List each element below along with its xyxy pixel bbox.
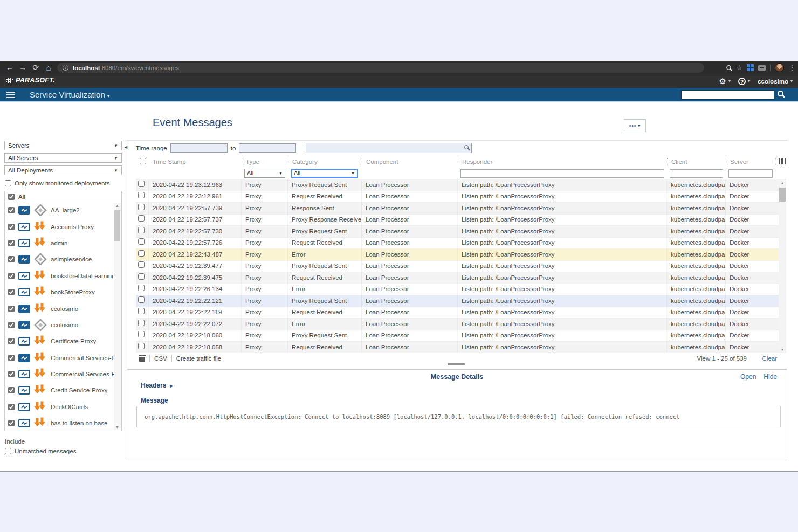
monitor-status-icon[interactable] (18, 354, 30, 362)
site-info-icon[interactable]: i (63, 65, 68, 71)
help-menu[interactable]: ? ▾ (738, 78, 750, 85)
scroll-down-icon[interactable]: ▼ (779, 348, 786, 351)
deployment-checkbox[interactable] (8, 207, 15, 213)
select-all-row[interactable]: All (5, 191, 121, 202)
headers-expander[interactable]: Headers ▸ (141, 382, 173, 389)
create-traffic-file-button[interactable]: Create traffic file (176, 355, 222, 362)
row-checkbox[interactable] (138, 273, 145, 280)
monitor-status-icon[interactable] (18, 419, 30, 427)
row-checkbox[interactable] (138, 192, 145, 198)
monitor-status-icon[interactable] (18, 206, 30, 215)
browser-home-icon[interactable]: ⌂ (42, 61, 55, 74)
row-checkbox[interactable] (138, 320, 145, 326)
bookmark-star-icon[interactable]: ☆ (736, 64, 742, 72)
table-scrollbar[interactable]: ▲ ▼ (779, 179, 786, 353)
deployment-checkbox[interactable] (8, 322, 15, 328)
user-menu[interactable]: ccolosimo ▾ (758, 78, 793, 85)
table-row[interactable]: 2020-04-22 19:22:57.739 Proxy Response S… (136, 203, 786, 215)
zoom-icon[interactable] (726, 65, 731, 70)
deployment-checkbox[interactable] (8, 355, 15, 361)
deployment-checkbox[interactable] (8, 371, 15, 377)
deployments-scrollbar[interactable]: ▲ ▼ (114, 203, 121, 430)
table-row[interactable]: 2020-04-22 19:22:39.477 Proxy Proxy Requ… (136, 261, 786, 273)
monitor-status-icon[interactable] (18, 255, 30, 264)
deployment-item[interactable]: Commercial Services-P... (5, 350, 121, 366)
col-header-component[interactable]: Component (362, 158, 458, 165)
col-header-client[interactable]: Client (667, 158, 726, 165)
global-search-button[interactable] (778, 89, 790, 101)
deployment-item[interactable]: Credit Service-Proxy (5, 382, 121, 398)
details-resize-handle[interactable] (448, 363, 465, 365)
deployment-item[interactable]: ccolosimo (5, 300, 121, 316)
browser-menu-icon[interactable]: ⋮ (788, 61, 795, 74)
clear-link[interactable]: Clear (762, 355, 777, 362)
table-row[interactable]: 2020-04-22 19:23:12.961 Proxy Request Re… (136, 191, 786, 203)
deployment-checkbox[interactable] (8, 256, 15, 262)
table-row[interactable]: 2020-04-22 19:22:26.134 Proxy Error Loan… (136, 284, 786, 296)
monitor-status-icon[interactable] (18, 403, 30, 411)
server-group-select[interactable]: Servers ▼ (4, 141, 122, 150)
row-checkbox[interactable] (138, 331, 145, 337)
hamburger-menu-icon[interactable] (6, 92, 15, 98)
deployment-item[interactable]: AA_large2 (5, 202, 121, 218)
col-header-server[interactable]: Server (726, 158, 775, 165)
responder-filter-input[interactable] (460, 169, 664, 178)
hide-link[interactable]: Hide (763, 373, 777, 381)
deployment-item[interactable]: ccolosimo (5, 317, 121, 333)
browser-forward-icon[interactable]: → (16, 61, 29, 74)
scroll-up-icon[interactable]: ▲ (114, 204, 121, 208)
row-checkbox[interactable] (138, 238, 145, 245)
row-checkbox[interactable] (138, 261, 145, 268)
time-range-to-input[interactable] (239, 143, 296, 153)
monitor-status-icon[interactable] (18, 337, 30, 346)
deployment-item[interactable]: Commercial Services-P... (5, 366, 121, 382)
table-row[interactable]: 2020-04-22 19:22:43.487 Proxy Error Loan… (136, 249, 786, 261)
col-header-responder[interactable]: Responder (458, 158, 667, 165)
extension-icon-2[interactable] (758, 65, 766, 71)
global-search-input[interactable] (681, 90, 774, 100)
category-filter-select[interactable]: All▼ (291, 169, 358, 178)
monitored-filter[interactable]: Only show monitored deployments (5, 180, 122, 186)
message-search-box[interactable] (306, 143, 472, 153)
browser-back-icon[interactable]: ← (3, 61, 16, 74)
server-filter-input[interactable] (728, 169, 773, 178)
extension-icon[interactable] (747, 64, 754, 71)
deployment-checkbox[interactable] (8, 240, 15, 246)
deployment-checkbox[interactable] (8, 338, 15, 344)
time-range-from-input[interactable] (170, 143, 228, 153)
parasoft-logo[interactable]: PARASOFT. (6, 77, 55, 84)
row-checkbox[interactable] (138, 343, 145, 349)
deployments-select[interactable]: All Deployments ▼ (4, 165, 122, 175)
monitored-checkbox[interactable] (5, 180, 11, 186)
open-link[interactable]: Open (740, 373, 756, 381)
row-checkbox[interactable] (138, 215, 145, 222)
browser-reload-icon[interactable]: ⟳ (29, 61, 42, 74)
table-row[interactable]: 2020-04-22 19:22:39.475 Proxy Request Re… (136, 272, 786, 284)
deployment-checkbox[interactable] (8, 273, 15, 279)
row-checkbox[interactable] (138, 227, 145, 233)
row-checkbox[interactable] (138, 285, 145, 291)
monitor-status-icon[interactable] (18, 321, 30, 329)
deployment-checkbox[interactable] (8, 387, 15, 393)
row-checkbox[interactable] (138, 181, 145, 187)
deployment-item[interactable]: Certificate Proxy (5, 333, 121, 349)
row-checkbox[interactable] (138, 204, 145, 210)
monitor-status-icon[interactable] (18, 239, 30, 247)
browser-profile-avatar[interactable] (775, 63, 784, 72)
table-row[interactable]: 2020-04-22 19:22:22.121 Proxy Proxy Requ… (136, 295, 786, 307)
row-checkbox[interactable] (138, 308, 145, 314)
scroll-down-icon[interactable]: ▼ (114, 425, 121, 429)
deployment-checkbox[interactable] (8, 306, 15, 312)
deployment-item[interactable]: bookStoreProxy (5, 284, 121, 300)
deployment-item[interactable]: DeckOfCards (5, 399, 121, 415)
monitor-status-icon[interactable] (18, 305, 30, 313)
table-row[interactable]: 2020-04-22 19:22:57.737 Proxy Proxy Resp… (136, 215, 786, 226)
monitor-status-icon[interactable] (18, 370, 30, 378)
deployment-item[interactable]: asimpleservice (5, 251, 121, 267)
deployment-item[interactable]: has to listen on base (5, 415, 121, 431)
deployment-item[interactable]: bookstoreDataLearning (5, 268, 121, 284)
table-row[interactable]: 2020-04-22 19:23:12.963 Proxy Proxy Requ… (136, 179, 786, 191)
col-header-type[interactable]: Type (242, 158, 288, 165)
unmatched-filter[interactable]: Unmatched messages (5, 448, 122, 454)
unmatched-checkbox[interactable] (5, 448, 11, 454)
